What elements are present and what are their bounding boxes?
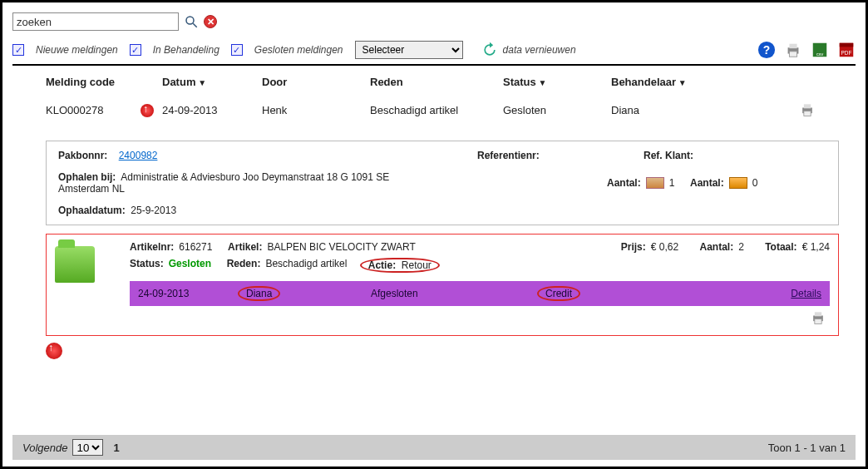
search-icon[interactable] (184, 14, 199, 29)
aantal1-value: 1 (669, 177, 675, 189)
pakbon-label: Pakbonnr: (58, 150, 107, 161)
clear-search-icon[interactable]: ✕ (204, 15, 217, 28)
prijs-label: Prijs: (621, 241, 646, 253)
col-melding-code[interactable]: Melding code (46, 76, 162, 88)
svg-rect-14 (804, 111, 811, 116)
bar-status: Afgesloten (371, 288, 537, 299)
artreden-label: Reden: (227, 258, 261, 273)
artstatus-value: Gesloten (169, 258, 211, 273)
ophaaldatum-value: 25-9-2013 (131, 205, 176, 216)
aantal2-label: Aantal: (690, 177, 724, 189)
col-reden[interactable]: Reden (370, 76, 503, 88)
artikel-label: Artikel: (228, 241, 262, 253)
box-print-icon[interactable] (55, 309, 826, 328)
csv-export-icon[interactable]: csv (811, 41, 829, 59)
folder-icon (55, 246, 95, 283)
svg-rect-13 (804, 104, 811, 108)
pagesize-select[interactable]: 10 (72, 439, 103, 456)
refklant-label: Ref. Klant: (644, 150, 693, 161)
row-print-icon[interactable] (769, 101, 816, 121)
filter-select[interactable]: Selecteer (355, 41, 463, 59)
actie-value: Retour (402, 259, 432, 271)
totaal-label: Totaal: (765, 241, 796, 253)
article-highlight-box: Artikelnr: 616271 Artikel: BALPEN BIC VE… (46, 234, 839, 336)
search-input[interactable] (12, 12, 179, 31)
artnr-label: Artikelnr: (130, 241, 174, 253)
volgende-label: Volgende (22, 442, 67, 454)
aantal2-value: 0 (752, 177, 758, 189)
totaal-value: € 1,24 (802, 241, 830, 253)
filter-gesloten-label: Gesloten meldingen (254, 44, 343, 56)
box-icon (646, 177, 664, 189)
svg-point-0 (186, 17, 194, 24)
svg-rect-17 (815, 319, 821, 324)
svg-text:PDF: PDF (841, 50, 852, 56)
pdf-export-icon[interactable]: PDF (837, 41, 856, 59)
checkbox-nieuwe[interactable]: ✓ (12, 44, 24, 56)
checkbox-inbehandeling[interactable]: ✓ (130, 44, 141, 56)
actie-label: Actie: (368, 259, 396, 271)
pallet-icon (729, 177, 747, 189)
help-icon[interactable]: ? (757, 41, 776, 59)
artnr-value: 616271 (179, 241, 212, 253)
aantal-value: 2 (738, 241, 744, 253)
cell-datum: 24-09-2013 (162, 104, 218, 116)
referentie-label: Referentienr: (477, 150, 540, 161)
filter-inbehandeling-label: In Behandeling (153, 44, 219, 56)
cell-status: Gesloten (503, 104, 611, 116)
prijs-value: € 0,62 (651, 241, 678, 253)
cell-reden: Beschadigd artikel (370, 104, 503, 116)
details-link[interactable]: Details (687, 288, 821, 299)
col-behandelaar[interactable]: Behandelaar (611, 76, 769, 88)
filter-nieuwe-label: Nieuwe meldingen (36, 44, 118, 56)
col-datum[interactable]: Datum (162, 76, 262, 88)
col-door[interactable]: Door (262, 76, 370, 88)
bar-action-highlight: Credit (537, 286, 580, 301)
checkbox-gesloten[interactable]: ✓ (231, 44, 243, 56)
action-bar: 24-09-2013 Diana Afgesloten Credit Detai… (130, 281, 830, 306)
refresh-icon[interactable] (481, 42, 498, 58)
actie-highlight: Actie: Retour (360, 258, 440, 273)
artikel-value: BALPEN BIC VELOCITY ZWART (267, 241, 416, 253)
table-row[interactable]: KLO000278 24-09-2013 Henk Beschadigd art… (12, 96, 856, 141)
bar-action: Credit (545, 288, 572, 299)
pagination-footer: Volgende 10 1 Toon 1 - 1 van 1 (12, 435, 856, 460)
artstatus-label: Status: (130, 258, 164, 273)
priority-up-icon (141, 104, 154, 117)
page-number: 1 (113, 442, 119, 454)
svg-text:?: ? (763, 44, 770, 57)
bar-name: Diana (246, 288, 272, 299)
aantal-label: Aantal: (699, 241, 733, 253)
svg-rect-10 (840, 43, 854, 47)
col-status[interactable]: Status (503, 76, 611, 88)
record-range: Toon 1 - 1 van 1 (768, 442, 846, 454)
ophaaldatum-label: Ophaaldatum: (58, 205, 126, 216)
svg-rect-16 (815, 312, 821, 316)
scroll-up-icon[interactable] (46, 343, 62, 359)
bar-name-highlight: Diana (238, 286, 280, 301)
bar-date: 24-09-2013 (138, 288, 238, 299)
aantal1-label: Aantal: (607, 177, 641, 189)
cell-door: Henk (262, 104, 370, 116)
svg-line-1 (193, 23, 197, 27)
print-icon[interactable] (784, 41, 802, 59)
ophalen-label: Ophalen bij: (58, 171, 116, 183)
cell-behandelaar: Diana (611, 104, 769, 116)
svg-rect-6 (789, 52, 796, 57)
pakbon-link[interactable]: 2400982 (119, 150, 158, 161)
artreden-value: Beschadigd artikel (265, 258, 347, 273)
svg-text:csv: csv (816, 52, 824, 57)
svg-rect-5 (789, 44, 796, 49)
detail-info-box: Pakbonnr: 2400982 Referentienr: Ref. Kla… (46, 141, 839, 225)
refresh-label: data vernieuwen (503, 44, 576, 56)
